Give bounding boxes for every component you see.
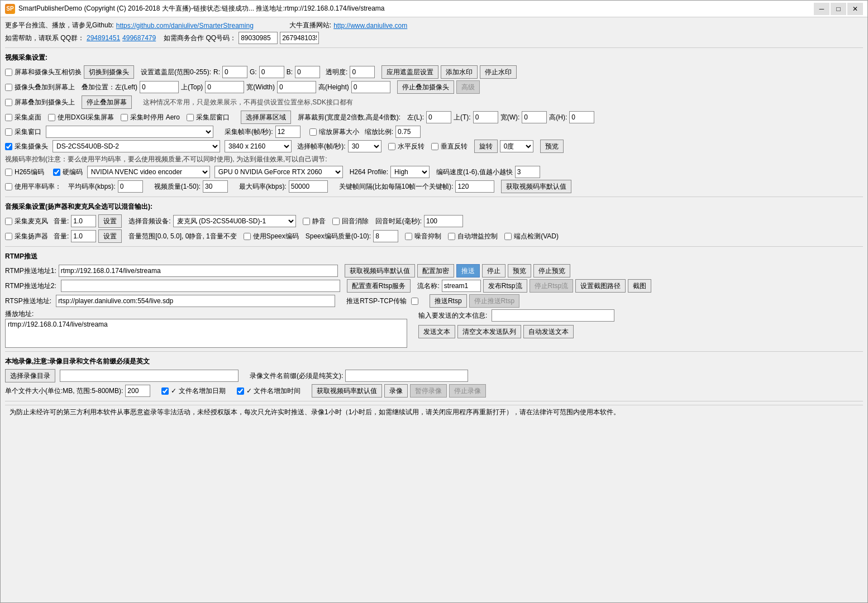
pause-record-btn[interactable]: 暂停录像 [410, 384, 447, 398]
capture-window-cb[interactable] [187, 114, 194, 121]
record-btn[interactable]: 录像 [384, 384, 408, 398]
minimize-button[interactable]: ─ [814, 3, 829, 15]
top-input[interactable] [205, 81, 244, 93]
scale-screen-cb[interactable] [309, 128, 317, 136]
text-input[interactable] [492, 309, 614, 322]
qq4-input[interactable] [280, 32, 319, 44]
disable-aero-cb[interactable] [121, 114, 128, 121]
capture-window-select[interactable] [46, 126, 213, 138]
screen-over-camera-cb[interactable] [5, 99, 12, 106]
gpu-select[interactable]: GPU 0 NVIDIA GeForce RTX 2060 [214, 166, 343, 178]
use-dxgi-cb[interactable] [48, 114, 55, 121]
push-rtsp-btn[interactable]: 推送Rtsp [430, 294, 467, 308]
fps-select[interactable]: 30 [348, 140, 381, 152]
stop-overlay-screen-btn[interactable]: 停止叠加屏幕 [82, 95, 132, 109]
playback-textarea[interactable]: rtmp://192.168.0.174/live/streama [5, 319, 407, 348]
capture-window2-cb[interactable] [5, 128, 12, 136]
mic-cb[interactable] [5, 218, 12, 225]
auto-send-text-btn[interactable]: 自动发送文本 [523, 325, 574, 338]
left-input[interactable] [140, 81, 179, 93]
stop-camera-overlay-btn[interactable]: 停止叠加摄像头 [397, 80, 454, 94]
capture-desktop-cb[interactable] [5, 114, 12, 121]
publish-rtsp-btn[interactable]: 发布Rtsp流 [483, 279, 527, 293]
qq2-link[interactable]: 499687479 [122, 34, 156, 42]
speaker-set-btn[interactable]: 设置 [98, 229, 122, 243]
apply-overlay-btn[interactable]: 应用遮盖层设置 [381, 65, 438, 79]
speaker-vol-input[interactable] [71, 230, 96, 242]
config-rtsp-btn[interactable]: 配置查看Rtsp服务 [347, 279, 411, 293]
speaker-cb[interactable] [5, 233, 12, 240]
audio-device-select[interactable]: 麦克风 (DS-2CS54U0B-SD)-1 [173, 215, 296, 227]
max-bitrate-input[interactable] [289, 180, 328, 193]
r-input[interactable] [222, 66, 247, 78]
use-speex-cb[interactable] [244, 233, 251, 240]
camera-select[interactable]: DS-2CS54U0B-SD-2 [53, 140, 220, 152]
stop-rtsp-btn[interactable]: 停止Rtsp流 [530, 279, 574, 293]
alpha-input[interactable] [350, 66, 375, 78]
github-link[interactable]: https://github.com/daniulive/SmarterStre… [116, 22, 254, 30]
rotate-btn[interactable]: 旋转 [474, 140, 498, 153]
file-size-input[interactable] [125, 385, 150, 397]
encoder-select[interactable]: NVIDIA NVENC video encoder [87, 166, 210, 178]
flip-h-cb[interactable] [388, 143, 395, 150]
select-dir-btn[interactable]: 选择录像目录 [5, 369, 55, 382]
add-date-cb[interactable] [161, 387, 169, 395]
stop-record-btn[interactable]: 停止录像 [449, 384, 486, 398]
width-input[interactable] [277, 81, 316, 93]
set-path-btn[interactable]: 设置截图路径 [575, 279, 626, 293]
avg-bitrate-input[interactable] [118, 180, 143, 193]
screen-camera-cb[interactable] [5, 69, 12, 76]
keyframe-input[interactable] [455, 180, 494, 193]
rtsp-tcp-cb[interactable] [411, 298, 418, 305]
send-text-btn[interactable]: 发送文本 [418, 325, 455, 338]
noise-suppress-cb[interactable] [405, 233, 412, 240]
prefix-input[interactable] [345, 370, 468, 382]
encrypt-btn[interactable]: 配置加密 [417, 264, 454, 277]
stop-push-rtsp-btn[interactable]: 停止推送Rtsp [469, 294, 520, 308]
add-time-cb[interactable] [237, 387, 244, 395]
fps-input[interactable] [275, 126, 301, 138]
quality-input[interactable] [203, 180, 228, 193]
vad-cb[interactable] [504, 233, 512, 240]
top-crop-input[interactable] [473, 111, 498, 123]
qq3-input[interactable] [239, 32, 278, 44]
preview-btn2[interactable]: 预览 [508, 264, 531, 277]
stop-preview-btn[interactable]: 停止预览 [533, 264, 570, 277]
noise-cancel-cb[interactable] [332, 218, 340, 225]
get-default-bitrate-btn2[interactable]: 获取视频码率默认值 [312, 384, 382, 398]
mic-set-btn[interactable]: 设置 [98, 214, 122, 228]
mute-cb[interactable] [303, 218, 310, 225]
stop-btn[interactable]: 停止 [482, 264, 505, 277]
encode-speed-input[interactable] [515, 166, 540, 178]
close-button[interactable]: ✕ [847, 3, 863, 15]
qq1-link[interactable]: 294891451 [87, 34, 120, 42]
h264-profile-select[interactable]: High Main Baseline [390, 166, 430, 178]
speex-quality-input[interactable] [373, 230, 398, 242]
left-crop-input[interactable] [426, 111, 451, 123]
w-crop-input[interactable] [522, 111, 547, 123]
echo-delay-input[interactable] [424, 215, 463, 227]
h-crop-input[interactable] [569, 111, 594, 123]
hw-encode-cb[interactable] [53, 169, 60, 176]
rotate-select[interactable]: 0度 [500, 140, 533, 152]
camera-preview-btn[interactable]: 预览 [540, 140, 564, 153]
resolution-select[interactable]: 3840 x 2160 [225, 140, 292, 152]
push-btn[interactable]: 推送 [456, 264, 480, 277]
get-default-bitrate-btn[interactable]: 获取视频码率默认值 [501, 180, 571, 193]
add-camera-cb[interactable] [5, 84, 12, 91]
stop-watermark-btn[interactable]: 停止水印 [480, 65, 517, 79]
rtsp-addr-input[interactable] [56, 295, 335, 307]
select-screen-area-btn[interactable]: 选择屏幕区域 [241, 111, 291, 124]
h265-cb[interactable] [5, 169, 12, 176]
maximize-button[interactable]: □ [831, 3, 846, 15]
g-input[interactable] [259, 66, 284, 78]
rtmp-addr1-input[interactable] [59, 265, 338, 277]
mic-vol-input[interactable] [71, 215, 96, 227]
b-input[interactable] [295, 66, 320, 78]
clear-text-btn[interactable]: 清空文本发送队列 [457, 325, 521, 338]
capture-camera-cb[interactable] [5, 143, 12, 150]
rtmp-addr2-input[interactable] [61, 280, 340, 292]
switch-camera-btn[interactable]: 切换到摄像头 [84, 65, 134, 79]
screenshot-btn[interactable]: 截图 [628, 279, 651, 293]
add-watermark-btn[interactable]: 添加水印 [441, 65, 478, 79]
